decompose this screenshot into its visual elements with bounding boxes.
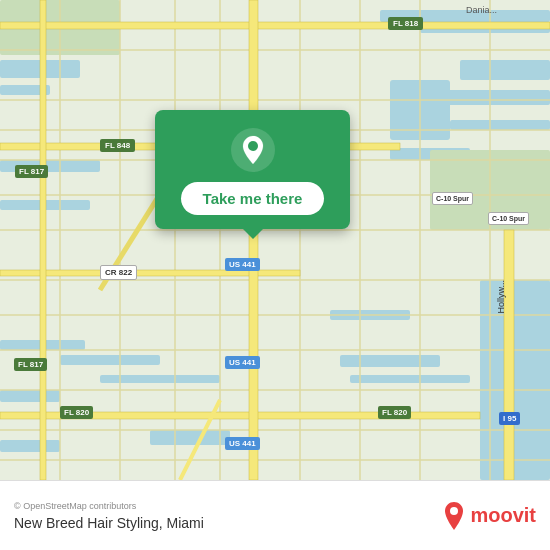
map-container: FL 818 FL 848 FL 817 US 441 CR 822 FL 81… — [0, 0, 550, 480]
take-me-there-button[interactable]: Take me there — [181, 182, 325, 215]
road-label-c10spur-bot: C-10 Spur — [488, 212, 529, 225]
popup-card: Take me there — [155, 110, 350, 229]
road-label-fl820-left: FL 820 — [60, 406, 93, 419]
svg-rect-50 — [504, 230, 514, 480]
road-label-i95: I 95 — [499, 412, 520, 425]
road-label-us441-bot: US 441 — [225, 356, 260, 369]
city-label-dania: Dania... — [466, 5, 497, 15]
road-label-c10spur-top: C-10 Spur — [432, 192, 473, 205]
svg-rect-5 — [460, 60, 550, 80]
road-label-us441-mid: US 441 — [225, 258, 260, 271]
svg-rect-21 — [0, 440, 60, 452]
location-name: New Breed Hair Styling, Miami — [14, 515, 204, 531]
svg-rect-17 — [340, 355, 440, 367]
svg-rect-49 — [40, 0, 46, 480]
svg-point-55 — [248, 141, 258, 151]
svg-rect-13 — [0, 390, 60, 402]
road-label-fl820-right: FL 820 — [378, 406, 411, 419]
bottom-bar: © OpenStreetMap contributors New Breed H… — [0, 480, 550, 550]
road-label-fl818: FL 818 — [388, 17, 423, 30]
moovit-text: moovit — [470, 504, 536, 527]
moovit-pin-icon — [442, 502, 466, 530]
svg-rect-48 — [249, 0, 258, 480]
svg-point-56 — [450, 507, 458, 515]
road-label-fl817-top: FL 817 — [15, 165, 48, 178]
svg-rect-6 — [440, 90, 550, 105]
location-pin-icon — [231, 128, 275, 172]
svg-rect-15 — [100, 375, 220, 383]
bottom-info: © OpenStreetMap contributors New Breed H… — [14, 501, 204, 531]
svg-rect-18 — [350, 375, 470, 383]
road-label-fl817-bot: FL 817 — [14, 358, 47, 371]
road-label-us441-low: US 441 — [225, 437, 260, 450]
svg-rect-14 — [60, 355, 160, 365]
copyright-text: © OpenStreetMap contributors — [14, 501, 204, 511]
moovit-logo: moovit — [442, 502, 536, 530]
svg-rect-20 — [150, 430, 230, 445]
road-label-cr822: CR 822 — [100, 265, 137, 280]
city-label-hollywood: Hollyw... — [496, 280, 506, 314]
svg-rect-44 — [0, 22, 550, 29]
road-label-fl848: FL 848 — [100, 139, 135, 152]
svg-rect-7 — [450, 120, 550, 130]
